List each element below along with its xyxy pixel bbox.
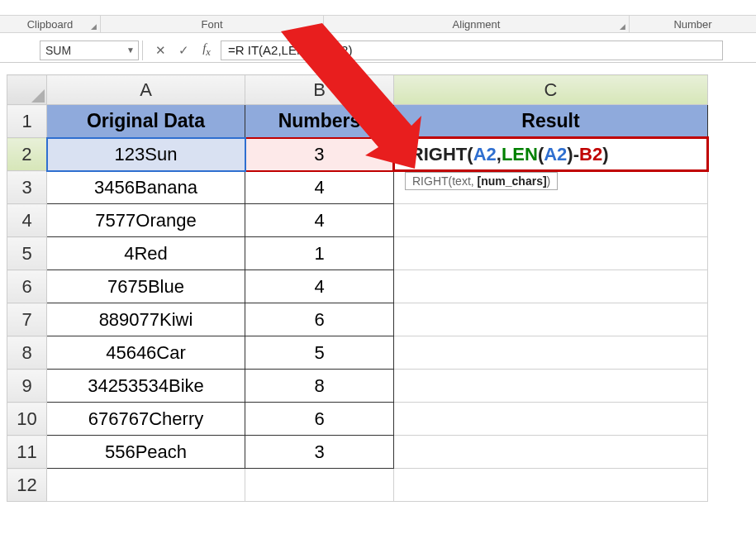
cell-A4[interactable]: 7577Orange bbox=[47, 204, 245, 237]
ribbon-group-label: Alignment bbox=[453, 18, 501, 31]
cell-C11[interactable] bbox=[394, 436, 708, 469]
col-header-A[interactable]: A bbox=[47, 75, 245, 105]
select-all-corner[interactable] bbox=[7, 75, 47, 105]
ribbon-group-clipboard: Clipboard◢ bbox=[0, 16, 101, 32]
dialog-launcher-icon[interactable]: ◢ bbox=[89, 22, 97, 31]
cell-B7[interactable]: 6 bbox=[245, 303, 394, 336]
spreadsheet-grid[interactable]: A B C 1 Original Data Numbers Result 212… bbox=[7, 74, 709, 502]
cell-A11[interactable]: 556Peach bbox=[47, 436, 245, 469]
row-header-8[interactable]: 8 bbox=[7, 336, 47, 370]
cancel-formula-icon[interactable]: ✕ bbox=[153, 43, 168, 58]
row-header-1[interactable]: 1 bbox=[7, 105, 47, 138]
cell-B10[interactable]: 6 bbox=[245, 403, 394, 436]
row-header-9[interactable]: 9 bbox=[7, 370, 47, 403]
cell-C12[interactable] bbox=[394, 469, 708, 502]
formula-tooltip: RIGHT(text, [num_chars]) bbox=[405, 172, 558, 190]
fx-icon[interactable]: fx bbox=[199, 41, 214, 59]
col-header-B[interactable]: B bbox=[245, 75, 394, 105]
col-header-C[interactable]: C bbox=[394, 75, 708, 105]
name-box-dropdown-icon[interactable]: ▼ bbox=[126, 45, 135, 55]
formula-bar-buttons: ✕ ✓ fx bbox=[146, 41, 221, 59]
cell-A7[interactable]: 889077Kiwi bbox=[47, 303, 245, 336]
cell-A12[interactable] bbox=[47, 469, 245, 502]
cell-B8[interactable]: 5 bbox=[245, 336, 394, 370]
row-header-2[interactable]: 2 bbox=[7, 138, 47, 171]
row-header-3[interactable]: 3 bbox=[7, 171, 47, 204]
formula-bar: SUM ▼ ✕ ✓ fx =R IT(A2,LEN(A2)-B2) bbox=[0, 38, 756, 63]
cell-B5[interactable]: 1 bbox=[245, 237, 394, 270]
dialog-launcher-icon[interactable]: ◢ bbox=[312, 22, 321, 31]
ribbon-group-number: Number bbox=[630, 16, 756, 32]
ribbon-group-font: Font◢ bbox=[101, 16, 324, 32]
row-header-5[interactable]: 5 bbox=[7, 237, 47, 270]
ribbon-group-alignment: Alignment◢ bbox=[324, 16, 630, 32]
cell-C6[interactable] bbox=[394, 270, 708, 303]
cell-B2[interactable]: 3 bbox=[245, 138, 394, 171]
cell-C10[interactable] bbox=[394, 403, 708, 436]
cell-A2[interactable]: 123Sun bbox=[47, 138, 245, 171]
row-header-7[interactable]: 7 bbox=[7, 303, 47, 336]
cell-A10[interactable]: 676767Cherry bbox=[47, 403, 245, 436]
cell-C8[interactable] bbox=[394, 336, 708, 370]
ribbon-group-label: Number bbox=[673, 18, 711, 31]
dialog-launcher-icon[interactable]: ◢ bbox=[618, 22, 626, 31]
formula-text: =R IT(A2,LEN(A2)-B2) bbox=[228, 43, 352, 57]
cell-C7[interactable] bbox=[394, 303, 708, 336]
row-header-11[interactable]: 11 bbox=[7, 436, 47, 469]
accept-formula-icon[interactable]: ✓ bbox=[176, 43, 191, 58]
row-header-12[interactable]: 12 bbox=[7, 469, 47, 502]
name-box[interactable]: SUM ▼ bbox=[40, 41, 139, 60]
cell-A6[interactable]: 7675Blue bbox=[47, 270, 245, 303]
cell-C2[interactable]: =RIGHT(A2,LEN(A2)-B2)RIGHT(text, [num_ch… bbox=[394, 138, 708, 171]
ribbon-group-row: Clipboard◢Font◢Alignment◢Number bbox=[0, 15, 756, 33]
cell-C4[interactable] bbox=[394, 204, 708, 237]
cell-B1[interactable]: Numbers bbox=[245, 105, 394, 138]
row-header-10[interactable]: 10 bbox=[7, 403, 47, 436]
cell-A8[interactable]: 45646Car bbox=[47, 336, 245, 370]
ribbon-group-label: Font bbox=[201, 18, 222, 31]
name-box-value: SUM bbox=[45, 44, 71, 57]
cell-B9[interactable]: 8 bbox=[245, 370, 394, 403]
cell-A9[interactable]: 34253534Bike bbox=[47, 370, 245, 403]
row-header-6[interactable]: 6 bbox=[7, 270, 47, 303]
cell-C9[interactable] bbox=[394, 370, 708, 403]
cell-B6[interactable]: 4 bbox=[245, 270, 394, 303]
formula-input[interactable]: =R IT(A2,LEN(A2)-B2) bbox=[221, 41, 723, 60]
cell-B3[interactable]: 4 bbox=[245, 171, 394, 204]
cell-C5[interactable] bbox=[394, 237, 708, 270]
cell-B11[interactable]: 3 bbox=[245, 436, 394, 469]
row-header-4[interactable]: 4 bbox=[7, 204, 47, 237]
cell-A1[interactable]: Original Data bbox=[47, 105, 245, 138]
cell-A5[interactable]: 4Red bbox=[47, 237, 245, 270]
cell-B12[interactable] bbox=[245, 469, 394, 502]
ribbon-group-label: Clipboard bbox=[27, 18, 74, 31]
cell-A3[interactable]: 3456Banana bbox=[47, 171, 245, 204]
cell-C1[interactable]: Result bbox=[394, 105, 708, 138]
cell-B4[interactable]: 4 bbox=[245, 204, 394, 237]
